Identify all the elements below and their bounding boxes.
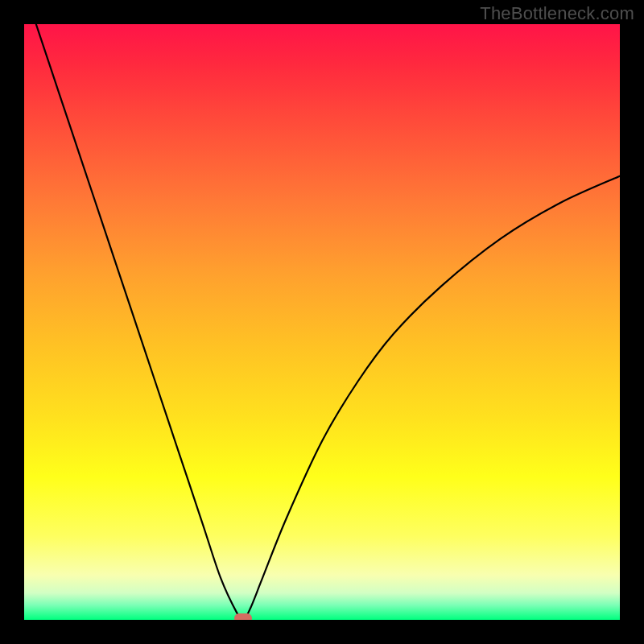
bottleneck-curve <box>24 24 620 620</box>
chart-frame: TheBottleneck.com <box>0 0 644 644</box>
minimum-marker <box>234 613 252 620</box>
watermark-text: TheBottleneck.com <box>480 3 634 24</box>
plot-area <box>24 24 620 620</box>
